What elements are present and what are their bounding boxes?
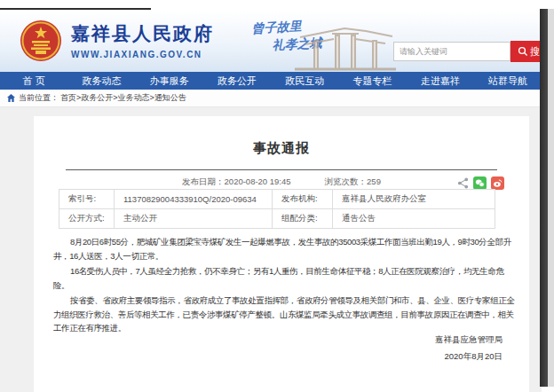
nav-item-disclosure[interactable]: 政务公开 <box>203 74 271 88</box>
nav-item-interaction[interactable]: 政民互动 <box>271 74 338 88</box>
share-toolbar <box>457 176 504 190</box>
views-value: 259 <box>367 176 381 186</box>
article-paragraph: 16名受伤人员中，7人虽经全力抢救，仍不幸身亡；另有1人重伤，目前生命体征平稳；… <box>53 264 515 292</box>
share-icon[interactable] <box>457 177 469 189</box>
index-number-label: 索引号: <box>59 190 115 209</box>
category-label: 组配分类: <box>273 209 333 229</box>
nav-item-about-jiaxiang[interactable]: 走进嘉祥 <box>407 74 474 88</box>
breadcrumb-label: 当前位置： <box>19 92 59 104</box>
document-info-table: 索引号: 11370829004333910Q/2020-09634 发布机构:… <box>59 189 495 229</box>
publish-date-label: 发布日期： <box>182 176 225 186</box>
archway-image <box>293 23 398 71</box>
home-icon <box>7 94 15 102</box>
nav-item-gov-news[interactable]: 政务动态 <box>67 74 135 88</box>
index-number-value: 11370829004333910Q/2020-09634 <box>115 190 273 209</box>
signature-date: 2020年8月20日 <box>435 348 503 365</box>
issuing-agency-value: 嘉祥县人民政府办公室 <box>333 190 495 209</box>
title-divider <box>66 169 497 170</box>
screenshot-edge-right-dark <box>540 9 548 387</box>
national-emblem-logo <box>20 20 62 62</box>
table-row: 公开方式: 主动公开 组配分类: 通告公告 <box>59 209 495 229</box>
search-icon <box>518 46 528 57</box>
article-meta-text: 发布日期：2020-08-20 19:45浏览次数：259 <box>34 176 529 188</box>
page: 嘉祥县人民政府 WWW.JIAXIANG.GOV.CN 曾子故里 礼孝之城 <box>0 0 554 392</box>
nav-item-site-navigation[interactable]: 站群导航 <box>474 74 542 88</box>
article-paragraph: 8月20日6时55分，肥城矿业集团梁宝寺煤矿发生一起爆燃事故，发生事故的3500… <box>53 235 515 263</box>
site-header: 嘉祥县人民政府 WWW.JIAXIANG.GOV.CN 曾子故里 礼孝之城 <box>0 11 542 72</box>
breadcrumb: 当前位置： 首页>政务公开>业务动态>通知公告 <box>0 90 542 107</box>
screenshot-edge-right-light <box>548 9 554 387</box>
article-card: 事故通报 发布日期：2020-08-20 19:45浏览次数：259 <box>34 116 529 392</box>
site-identity: 嘉祥县人民政府 WWW.JIAXIANG.GOV.CN <box>71 21 214 59</box>
disclosure-mode-value: 主动公开 <box>115 209 273 229</box>
publish-date-value: 2020-08-20 19:45 <box>225 176 291 186</box>
table-row: 索引号: 11370829004333910Q/2020-09634 发布机构:… <box>59 190 495 209</box>
wechat-share-icon[interactable] <box>473 176 487 190</box>
site-search: 搜索 <box>393 42 554 62</box>
site-url: WWW.JIAXIANG.GOV.CN <box>71 50 214 59</box>
article-signature: 嘉祥县应急管理局 2020年8月20日 <box>435 331 503 365</box>
disclosure-mode-label: 公开方式: <box>59 209 115 229</box>
nav-item-home[interactable]: 首 页 <box>0 74 67 88</box>
category-value: 通告公告 <box>333 209 495 229</box>
nav-item-special-columns[interactable]: 专题专栏 <box>338 74 406 88</box>
article-body: 8月20日6时55分，肥城矿业集团梁宝寺煤矿发生一起爆燃事故，发生事故的3500… <box>53 235 515 337</box>
article-paragraph: 按省委、省政府主要领导指示，省政府成立了事故处置指挥部，省政府分管领导及相关部门… <box>53 294 515 335</box>
views-label: 浏览次数： <box>325 176 368 186</box>
screenshot-edge-top <box>0 8 151 10</box>
site-title: 嘉祥县人民政府 <box>71 21 214 46</box>
weibo-share-icon[interactable] <box>491 176 504 190</box>
search-input[interactable] <box>393 42 510 61</box>
signature-org: 嘉祥县应急管理局 <box>435 331 503 348</box>
issuing-agency-label: 发布机构: <box>273 190 333 209</box>
article-title: 事故通报 <box>34 116 529 157</box>
breadcrumb-path[interactable]: 首页>政务公开>业务动态>通知公告 <box>60 92 186 104</box>
main-nav: 首 页 政务动态 办事服务 政务公开 政民互动 专题专栏 走进嘉祥 站群导航 <box>0 72 542 90</box>
nav-item-services[interactable]: 办事服务 <box>136 74 203 88</box>
